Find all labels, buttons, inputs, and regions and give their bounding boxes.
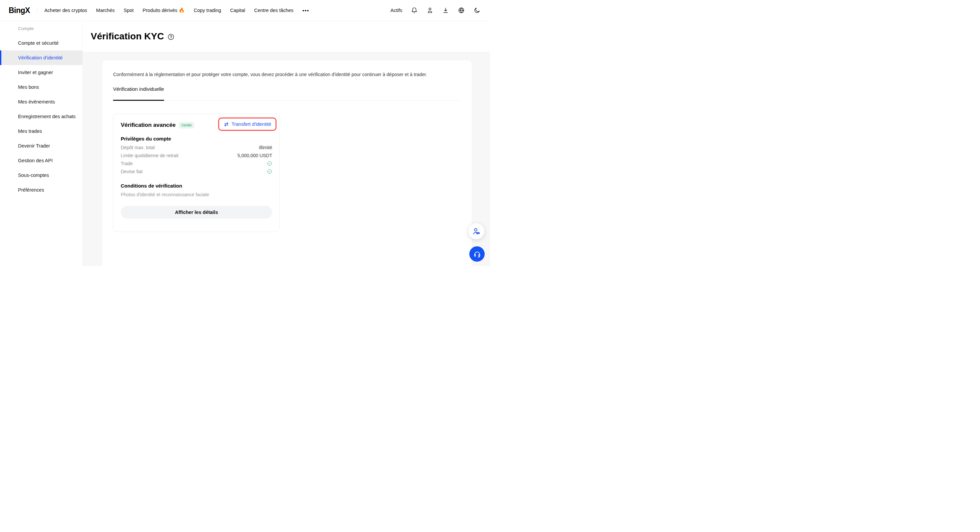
sidebar-item-mes-evenements[interactable]: Mes événements: [0, 94, 83, 109]
check-circle-icon: [267, 169, 272, 174]
show-details-button[interactable]: Afficher les détails: [121, 206, 272, 218]
referral-fab-button[interactable]: [468, 223, 484, 239]
advanced-verification-card: Vérification avancée Vérifié Transfert d…: [113, 113, 280, 232]
nav-item-acheter-des-cryptos[interactable]: Acheter des cryptos: [45, 8, 87, 13]
swap-arrows-icon: [223, 121, 229, 127]
main-nav-menu: Acheter des cryptos Marchés Spot Produit…: [45, 8, 309, 13]
privileges-title: Privilèges du compte: [121, 136, 272, 142]
verified-status-badge: Vérifié: [179, 122, 194, 129]
row-label: Devise fiat: [121, 169, 142, 174]
row-value: 5,000,000 USDT: [237, 153, 272, 158]
nav-more-button[interactable]: •••: [302, 8, 309, 13]
sidebar-section-compte: Compte: [0, 21, 83, 36]
card-title: Vérification avancée: [121, 122, 175, 129]
nav-divider: [37, 7, 37, 13]
top-navbar: BingX Acheter des cryptos Marchés Spot P…: [0, 0, 490, 21]
sidebar-item-gestion-des-api[interactable]: Gestion des API: [0, 153, 83, 168]
row-depot-max: Dépôt max. total Illimité: [121, 143, 272, 151]
sidebar-item-devenir-trader[interactable]: Devenir Trader: [0, 139, 83, 153]
referral-link-icon: [473, 227, 480, 236]
page-shell: Compte Compte et sécurité Vérification d…: [0, 21, 490, 266]
row-devise-fiat: Devise fiat: [121, 167, 272, 175]
identity-transfer-label: Transfert d'identité: [231, 121, 271, 127]
sidebar-item-compte-et-securite[interactable]: Compte et sécurité: [0, 36, 83, 50]
kyc-verification-page: BingX Acheter des cryptos Marchés Spot P…: [0, 0, 490, 266]
tab-verification-individuelle[interactable]: Vérification individuelle: [113, 86, 164, 101]
verification-tabs: Vérification individuelle: [113, 86, 461, 101]
conditions-text: Photos d'identité et reconnaissance faci…: [121, 192, 272, 197]
nav-item-spot[interactable]: Spot: [124, 8, 134, 13]
sidebar-item-verification-identite[interactable]: Vérification d’identité: [0, 50, 83, 65]
nav-item-copy-trading[interactable]: Copy trading: [194, 8, 221, 13]
download-icon[interactable]: [442, 7, 449, 14]
question-circle-icon[interactable]: [167, 33, 175, 40]
nav-item-centre-des-taches[interactable]: Centre des tâches: [254, 8, 294, 13]
main-content: Vérification KYC Conformément à la régle…: [83, 21, 490, 266]
support-fab-button[interactable]: [469, 246, 485, 262]
conditions-title: Conditions de vérification: [121, 183, 272, 189]
account-sidebar: Compte Compte et sécurité Vérification d…: [0, 21, 83, 266]
headset-icon: [473, 250, 481, 258]
sidebar-item-mes-bons[interactable]: Mes bons: [0, 80, 83, 94]
row-trade: Trade: [121, 159, 272, 167]
nav-item-produits-derives[interactable]: Produits dérivés 🔥: [143, 8, 185, 13]
sidebar-item-preferences[interactable]: Préférences: [0, 183, 83, 197]
row-limite-retrait: Limite quotidienne de retrait 5,000,000 …: [121, 151, 272, 159]
annotation-highlight-box: Transfert d'identité: [218, 118, 277, 131]
navbar-left: BingX Acheter des cryptos Marchés Spot P…: [9, 6, 309, 15]
row-label: Dépôt max. total: [121, 145, 155, 150]
sidebar-item-sous-comptes[interactable]: Sous-comptes: [0, 168, 83, 183]
nav-item-marches[interactable]: Marchés: [96, 8, 115, 13]
sidebar-item-inviter-et-gagner[interactable]: Inviter et gagner: [0, 65, 83, 80]
sidebar-item-enregistrement-des-achats[interactable]: Enregistrement des achats: [0, 109, 83, 124]
identity-transfer-button[interactable]: Transfert d'identité: [223, 121, 271, 127]
moon-icon[interactable]: [473, 7, 480, 14]
content-background: Conformément à la réglementation et pour…: [83, 52, 490, 266]
sidebar-item-mes-trades[interactable]: Mes trades: [0, 124, 83, 139]
privileges-rows: Dépôt max. total Illimité Limite quotidi…: [121, 143, 272, 175]
check-circle-icon: [267, 161, 272, 166]
nav-item-actifs[interactable]: Actifs: [391, 8, 402, 13]
navbar-right: Actifs: [391, 7, 480, 14]
row-label: Limite quotidienne de retrait: [121, 153, 178, 158]
bell-icon[interactable]: [410, 7, 418, 14]
profile-icon[interactable]: [426, 7, 434, 14]
nav-item-capital[interactable]: Capital: [230, 8, 245, 13]
page-title-band: Vérification KYC: [83, 21, 490, 52]
page-title: Vérification KYC: [91, 31, 164, 42]
kyc-panel: Conformément à la réglementation et pour…: [102, 61, 472, 266]
globe-icon[interactable]: [458, 7, 465, 14]
regulation-notice: Conformément à la réglementation et pour…: [113, 72, 461, 77]
bingx-logo[interactable]: BingX: [9, 6, 30, 15]
row-label: Trade: [121, 161, 133, 166]
row-value: Illimité: [259, 145, 272, 150]
